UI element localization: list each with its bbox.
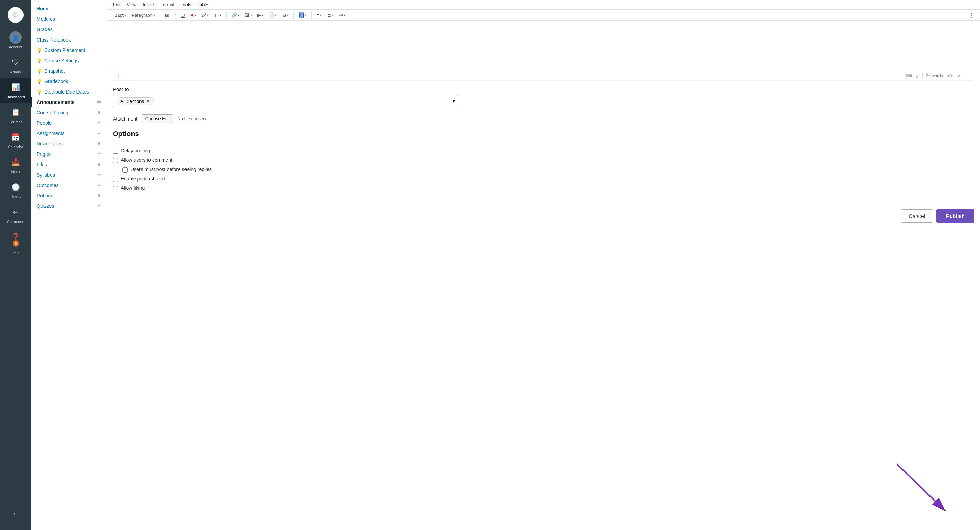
menu-format[interactable]: Format xyxy=(160,2,174,7)
course-nav-pages[interactable]: Pages 👁 xyxy=(31,149,107,160)
apps-arrow: ▾ xyxy=(287,13,289,17)
nav-courses[interactable]: 📋 Courses xyxy=(0,102,31,128)
no-file-text: No file chosen xyxy=(177,116,205,121)
course-nav-discussions[interactable]: Discussions 👁 xyxy=(31,139,107,149)
toolbar-more-icon[interactable]: ⋮ xyxy=(968,11,974,19)
course-nav: Home Modules Grades Class Notebook 💡 Cus… xyxy=(31,0,107,530)
distribute-due-dates-label: Distribute Due Dates xyxy=(44,89,89,94)
nav-inbox[interactable]: 📥 Inbox xyxy=(0,152,31,177)
nav-history[interactable]: 🕐 History xyxy=(0,177,31,202)
menu-tools[interactable]: Tools xyxy=(181,2,191,7)
course-nav-grades[interactable]: Grades xyxy=(31,24,107,35)
underline-btn[interactable]: U xyxy=(179,11,187,19)
nav-calendar[interactable]: 📅 Calendar xyxy=(0,128,31,152)
superscript-btn[interactable]: T2 ▾ xyxy=(212,12,224,19)
menu-insert[interactable]: Insert xyxy=(143,2,154,7)
nav-account[interactable]: 👤 Account xyxy=(0,28,31,53)
course-nav-snapshot[interactable]: 💡 Snapshot xyxy=(31,66,107,76)
nav-dashboard[interactable]: 📊 Dashboard xyxy=(0,78,31,102)
paragraph-btn[interactable]: Paragraph ▾ xyxy=(129,11,157,19)
expand-btn[interactable]: ⤢ xyxy=(957,73,961,78)
allow-liking-checkbox[interactable] xyxy=(113,186,118,191)
font-size-btn[interactable]: 12pt ▾ xyxy=(113,11,128,19)
choose-file-button[interactable]: Choose File xyxy=(142,114,173,123)
option-delay-posting: Delay posting xyxy=(113,148,974,154)
accessibility-btn[interactable]: ♿ ▾ xyxy=(297,11,309,19)
nav-admin[interactable]: 🛡 Admin xyxy=(0,53,31,78)
people-eye-icon[interactable]: 👁 xyxy=(97,121,102,126)
keyboard-shortcut-icon[interactable]: ⌨ xyxy=(906,73,912,78)
indent-btn[interactable]: ⇥ ▾ xyxy=(337,11,347,19)
course-nav-quizzes[interactable]: Quizzes 👁 xyxy=(31,201,107,211)
publish-button[interactable]: Publish xyxy=(936,209,974,223)
nav-history-label: History xyxy=(10,195,21,199)
enable-podcast-checkbox[interactable] xyxy=(113,177,118,182)
course-nav-class-notebook[interactable]: Class Notebook xyxy=(31,35,107,45)
canvas-logo-icon: ⚙ xyxy=(8,7,24,23)
bold-btn[interactable]: B xyxy=(163,11,171,19)
course-nav-custom-placement[interactable]: 💡 Custom Placement xyxy=(31,45,107,56)
post-to-dropdown-arrow[interactable]: ▾ xyxy=(453,98,455,104)
menu-edit[interactable]: Edit xyxy=(113,2,121,7)
course-nav-rubrics[interactable]: Rubrics 👁 xyxy=(31,190,107,201)
highlight-btn[interactable]: 🖊 ▾ xyxy=(200,11,211,19)
editor-content-area[interactable] xyxy=(113,25,974,67)
course-nav-outcomes[interactable]: Outcomes 👁 xyxy=(31,180,107,190)
discussions-eye-icon[interactable]: 👁 xyxy=(97,141,102,147)
attachment-row: Attachment Choose File No file chosen xyxy=(113,114,974,123)
course-nav-modules[interactable]: Modules xyxy=(31,14,107,24)
post-to-select[interactable]: All Sections ✕ ▾ xyxy=(113,95,459,107)
course-nav-syllabus[interactable]: Syllabus 👁 xyxy=(31,170,107,180)
superscript-arrow: ▾ xyxy=(220,13,221,17)
media-btn[interactable]: ▶ ▾ xyxy=(255,11,266,19)
cancel-button[interactable]: Cancel xyxy=(901,209,933,223)
files-eye-icon[interactable]: 👁 xyxy=(97,162,102,167)
nav-courses-label: Courses xyxy=(9,120,23,124)
editor-area[interactable] xyxy=(113,25,974,67)
document-btn[interactable]: 📄 ▾ xyxy=(267,11,279,19)
italic-btn[interactable]: I xyxy=(172,11,178,19)
menu-view[interactable]: View xyxy=(127,2,136,7)
allow-comments-checkbox[interactable] xyxy=(113,158,118,163)
text-color-btn[interactable]: A ▾ xyxy=(189,11,198,19)
must-post-first-checkbox[interactable] xyxy=(123,167,128,172)
files-label: Files xyxy=(37,162,47,167)
align-btn[interactable]: ≡ ▾ xyxy=(315,11,324,19)
html-view-btn[interactable]: </> xyxy=(947,73,953,78)
assignments-eye-icon[interactable]: 👁 xyxy=(97,131,102,136)
media-icon: ▶ xyxy=(258,13,261,18)
quizzes-eye-icon[interactable]: 👁 xyxy=(97,204,102,209)
nav-commons[interactable]: ↩ Commons xyxy=(0,202,31,227)
document-icon: 📄 xyxy=(269,13,274,18)
syllabus-eye-icon[interactable]: 👁 xyxy=(97,172,102,178)
outcomes-eye-icon[interactable]: 👁 xyxy=(97,183,102,188)
announcements-eye-icon[interactable]: 👁 xyxy=(97,100,102,105)
info-icon[interactable]: ℹ xyxy=(916,73,918,79)
link-icon: 🔗 xyxy=(232,13,237,18)
list-btn[interactable]: ≣ ▾ xyxy=(325,11,336,19)
align-icon: ≡ xyxy=(317,13,320,18)
link-btn[interactable]: 🔗 ▾ xyxy=(229,11,242,19)
nav-help[interactable]: ❓ 8 Help xyxy=(0,227,31,259)
course-nav-files[interactable]: Files 👁 xyxy=(31,160,107,170)
nav-collapse[interactable]: ← xyxy=(0,504,31,523)
course-pacing-label: Course Pacing xyxy=(37,110,68,115)
course-nav-assignments[interactable]: Assignments 👁 xyxy=(31,128,107,139)
course-nav-home[interactable]: Home xyxy=(31,3,107,14)
course-nav-distribute-due-dates[interactable]: 💡 Distribute Due Dates xyxy=(31,86,107,97)
nav-logo[interactable]: ⚙ xyxy=(0,3,31,28)
course-nav-people[interactable]: People 👁 xyxy=(31,118,107,128)
course-nav-course-pacing[interactable]: Course Pacing 👁 xyxy=(31,107,107,118)
apps-btn[interactable]: ⊞ ▾ xyxy=(280,11,291,19)
delay-posting-checkbox[interactable] xyxy=(113,148,118,154)
course-pacing-eye-icon[interactable]: 👁 xyxy=(97,110,102,115)
course-nav-announcements[interactable]: Announcements 👁 xyxy=(31,97,107,107)
course-nav-course-settings[interactable]: 💡 Course Settings xyxy=(31,56,107,66)
more-options-icon[interactable]: ⋮ xyxy=(965,73,969,78)
menu-table[interactable]: Table xyxy=(197,2,208,7)
image-btn[interactable]: 🖼 ▾ xyxy=(243,11,254,19)
course-nav-gradebook[interactable]: 💡 Gradebook xyxy=(31,76,107,86)
pages-eye-icon[interactable]: 👁 xyxy=(97,152,102,157)
rubrics-eye-icon[interactable]: 👁 xyxy=(97,193,102,198)
section-tag-remove-btn[interactable]: ✕ xyxy=(146,98,150,104)
